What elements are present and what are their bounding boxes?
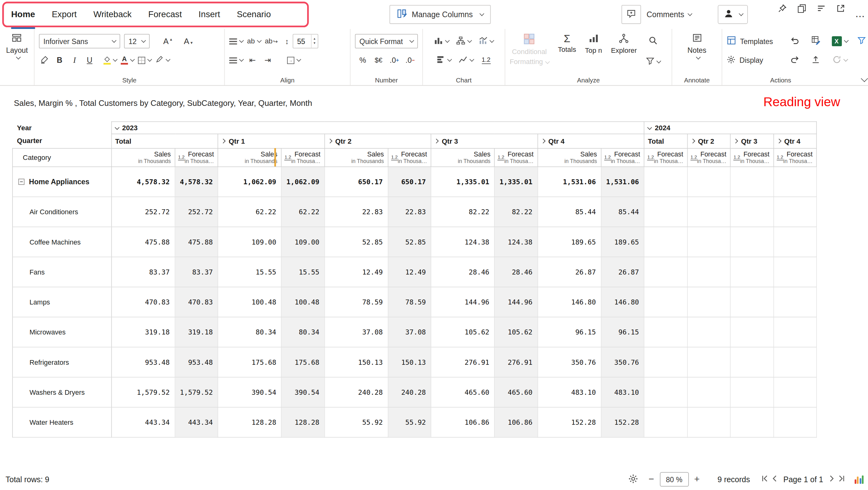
conditional-formatting-button[interactable]: Conditional Formatting xyxy=(510,33,549,66)
prev-page-button[interactable] xyxy=(770,474,780,485)
filter-list-button[interactable] xyxy=(815,3,827,15)
search-button[interactable] xyxy=(646,34,660,49)
undo-button[interactable] xyxy=(787,34,802,49)
filter-button[interactable] xyxy=(646,55,660,69)
decrease-decimal-button[interactable]: .0− xyxy=(404,53,416,67)
decrease-font-size-button[interactable]: A▼ xyxy=(183,34,194,49)
inforiver-logo-icon[interactable] xyxy=(854,475,863,484)
redo-button[interactable] xyxy=(787,53,802,67)
quarter-header[interactable]: Qtr 4 xyxy=(538,134,644,148)
row-category[interactable]: Washers & Dryers xyxy=(12,377,112,407)
expand-quarter-icon[interactable] xyxy=(434,139,438,143)
last-page-button[interactable] xyxy=(836,474,846,485)
collapse-year-icon[interactable] xyxy=(648,125,652,129)
expand-quarter-icon[interactable] xyxy=(690,139,695,143)
expand-quarter-icon[interactable] xyxy=(777,139,781,143)
wrap-text-button[interactable]: ab↪ xyxy=(265,34,278,49)
notes-button[interactable]: Notes xyxy=(688,33,707,60)
chart-bars-button[interactable] xyxy=(434,34,449,49)
increase-indent-button[interactable]: ⇥ xyxy=(262,53,273,67)
pin-button[interactable] xyxy=(777,3,788,15)
borders-button[interactable] xyxy=(138,53,151,67)
measure-format-button[interactable]: 1.2 xyxy=(480,53,492,67)
zoom-level[interactable]: 80 % xyxy=(660,472,689,487)
row-category[interactable]: Fans xyxy=(12,257,112,287)
row-category[interactable]: Coffee Machines xyxy=(12,227,112,257)
year-header[interactable]: 2023 xyxy=(112,122,644,134)
row-height-input[interactable]: 55 ▲▼ xyxy=(293,34,318,49)
slicer-button[interactable] xyxy=(855,34,868,49)
excel-export-button[interactable]: X xyxy=(829,34,850,49)
top-n-button[interactable]: Top n xyxy=(585,33,602,55)
quarter-header[interactable]: Qtr 3 xyxy=(731,134,773,148)
forecast-column-header[interactable]: 1.2Forecastin Thousa… xyxy=(388,148,431,167)
collapse-row-icon[interactable] xyxy=(19,179,25,185)
tab-insert[interactable]: Insert xyxy=(198,0,220,29)
layout-button[interactable]: Layout xyxy=(6,33,28,60)
chart-column-button[interactable] xyxy=(436,53,451,67)
percent-format-button[interactable]: % xyxy=(357,53,368,67)
templates-button[interactable]: Templates xyxy=(726,36,782,47)
copy-visual-button[interactable] xyxy=(796,3,807,15)
manage-columns-button[interactable]: Manage Columns xyxy=(390,5,491,24)
decrease-indent-button[interactable]: ⇤ xyxy=(247,53,258,67)
forecast-column-header[interactable]: 1.2Forecastin Thousa… xyxy=(495,148,538,167)
tab-export[interactable]: Export xyxy=(52,0,77,29)
row-height-stepper[interactable]: ▲▼ xyxy=(311,35,318,48)
chart-combo-button[interactable] xyxy=(478,34,493,49)
padding-button[interactable]: → xyxy=(287,53,301,67)
tab-home[interactable]: Home xyxy=(11,0,35,29)
account-button[interactable] xyxy=(718,5,748,24)
quarter-header[interactable]: Total xyxy=(644,134,687,148)
next-page-button[interactable] xyxy=(827,474,836,485)
text-case-button[interactable]: ab xyxy=(247,34,261,49)
bold-button[interactable]: B xyxy=(54,53,65,67)
row-category[interactable]: Air Conditioners xyxy=(12,197,112,227)
vertical-align-button[interactable] xyxy=(229,53,243,67)
quarter-header[interactable]: Qtr 2 xyxy=(324,134,431,148)
settings-button[interactable] xyxy=(627,474,639,485)
font-size-select[interactable]: 12 xyxy=(124,34,150,49)
quarter-header[interactable]: Qtr 2 xyxy=(687,134,731,148)
sales-column-header[interactable]: Salesin Thousands xyxy=(324,148,388,167)
zoom-out-button[interactable]: − xyxy=(646,474,656,485)
focus-mode-button[interactable] xyxy=(835,3,846,15)
tab-scenario[interactable]: Scenario xyxy=(237,0,271,29)
totals-button[interactable]: Σ Totals xyxy=(558,33,576,54)
display-button[interactable]: Display xyxy=(726,55,782,65)
row-category[interactable]: Lamps xyxy=(12,287,112,317)
quarter-header[interactable]: Qtr 1 xyxy=(218,134,324,148)
zoom-in-button[interactable]: + xyxy=(692,474,702,485)
font-family-select[interactable]: Inforiver Sans xyxy=(39,34,120,49)
sales-column-header[interactable]: Salesin Thousands xyxy=(538,148,601,167)
refresh-button[interactable] xyxy=(829,53,850,67)
chart-line-button[interactable] xyxy=(458,53,473,67)
expand-quarter-icon[interactable] xyxy=(221,139,225,143)
row-category[interactable]: Water Heaters xyxy=(12,407,112,437)
italic-button[interactable]: I xyxy=(69,53,80,67)
fill-color-button[interactable] xyxy=(104,53,117,67)
underline-button[interactable]: U xyxy=(84,53,95,67)
quarter-header[interactable]: Total xyxy=(112,134,218,148)
currency-format-button[interactable]: $€ xyxy=(373,53,384,67)
tab-writeback[interactable]: Writeback xyxy=(93,0,131,29)
increase-font-size-button[interactable]: A▲ xyxy=(163,34,174,49)
sales-column-header[interactable]: Salesin Thousands xyxy=(431,148,495,167)
forecast-column-header[interactable]: 1.2Forecastin Thousa… xyxy=(731,148,773,167)
first-page-button[interactable] xyxy=(760,474,770,485)
chart-hierarchy-button[interactable] xyxy=(456,34,471,49)
expand-quarter-icon[interactable] xyxy=(328,139,332,143)
quick-format-select[interactable]: Quick Format xyxy=(355,34,417,49)
forecast-column-header[interactable]: 1.2Forecastin Thousa… xyxy=(687,148,731,167)
upload-button[interactable] xyxy=(807,53,825,67)
stepper-up-icon[interactable]: ▲ xyxy=(313,37,316,41)
increase-decimal-button[interactable]: .0+ xyxy=(389,53,400,67)
forecast-column-header[interactable]: 1.2Forecastin Thousa… xyxy=(774,148,817,167)
style-options-button[interactable] xyxy=(155,53,169,67)
format-painter-button[interactable] xyxy=(39,53,50,67)
expand-quarter-icon[interactable] xyxy=(540,139,545,143)
tab-forecast[interactable]: Forecast xyxy=(148,0,182,29)
forecast-column-header[interactable]: 1.2Forecastin Thousa… xyxy=(644,148,687,167)
expand-quarter-icon[interactable] xyxy=(734,139,738,143)
explorer-button[interactable]: Explorer xyxy=(611,33,637,55)
